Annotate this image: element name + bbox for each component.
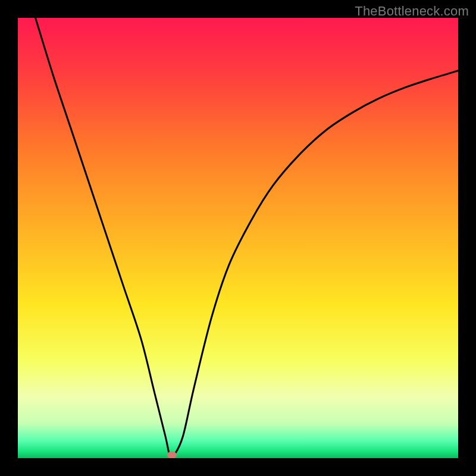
plot-area xyxy=(18,18,458,458)
chart-svg xyxy=(18,18,458,458)
gradient-background xyxy=(18,18,458,458)
chart-frame: TheBottleneck.com xyxy=(0,0,476,476)
watermark-text: TheBottleneck.com xyxy=(355,4,469,19)
